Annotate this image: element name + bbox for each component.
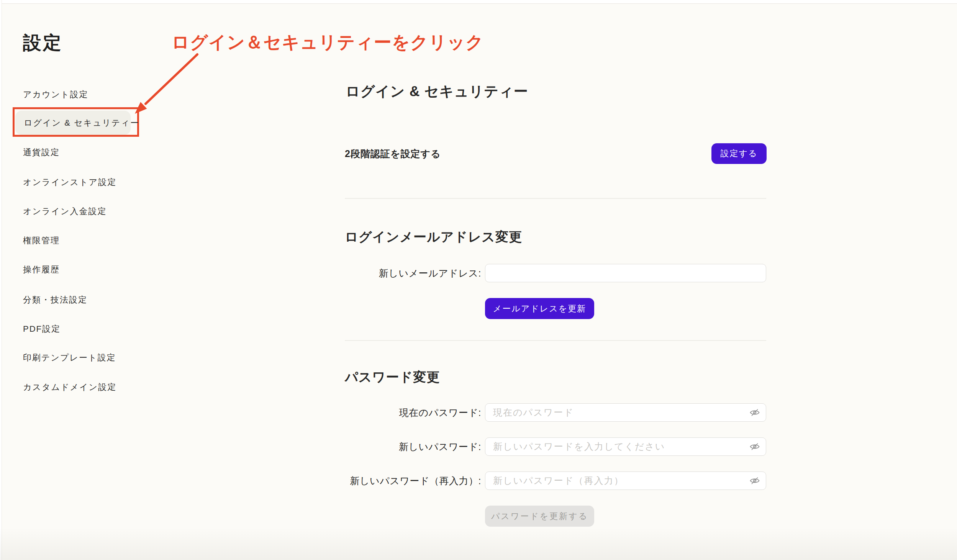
current-password-input[interactable] xyxy=(485,403,766,422)
current-password-label: 現在のパスワード: xyxy=(299,407,481,419)
sidebar-item-classification-technique-settings[interactable]: 分類・技法設定 xyxy=(23,294,87,306)
new-password-label: 新しいパスワード: xyxy=(299,441,481,453)
sidebar-item-label: ログイン & セキュリティー xyxy=(24,117,139,129)
confirm-password-input-wrap xyxy=(485,472,766,490)
annotation-text: ログイン＆セキュリティーをクリック xyxy=(172,32,484,52)
section-divider xyxy=(345,340,766,341)
eye-invisible-icon[interactable] xyxy=(750,408,760,418)
sidebar-item-operation-history[interactable]: 操作履歴 xyxy=(23,264,60,275)
confirm-password-input[interactable] xyxy=(485,472,766,490)
sidebar-item-login-security[interactable]: ログイン & セキュリティー xyxy=(15,111,131,135)
sidebar-item-custom-domain-settings[interactable]: カスタムドメイン設定 xyxy=(23,382,116,393)
current-password-input-wrap xyxy=(485,403,766,422)
settings-page: 設定 ログイン＆セキュリティーをクリック アカウント設定 ログイン & セキュリ… xyxy=(0,0,957,560)
two-factor-setup-button[interactable]: 設定する xyxy=(711,143,767,164)
eye-invisible-icon[interactable] xyxy=(750,476,760,486)
sidebar-item-currency-settings[interactable]: 通貨設定 xyxy=(23,147,60,158)
update-password-button[interactable]: パスワードを更新する xyxy=(485,506,594,527)
sidebar-item-online-payment-settings[interactable]: オンライン入金設定 xyxy=(23,206,107,217)
eye-invisible-icon[interactable] xyxy=(750,442,760,452)
new-email-input[interactable] xyxy=(485,264,766,282)
confirm-password-label: 新しいパスワード（再入力）: xyxy=(299,475,481,487)
two-factor-label: 2段階認証を設定する xyxy=(345,148,441,160)
new-email-input-wrap xyxy=(485,264,766,282)
new-email-label: 新しいメールアドレス: xyxy=(299,267,481,279)
section-divider xyxy=(345,198,766,199)
sidebar-item-pdf-settings[interactable]: PDF設定 xyxy=(23,323,61,335)
sidebar-item-permission-management[interactable]: 権限管理 xyxy=(23,235,60,246)
section-title-login-security: ログイン & セキュリティー xyxy=(346,83,528,100)
new-password-input-wrap xyxy=(485,437,766,456)
update-email-button[interactable]: メールアドレスを更新 xyxy=(485,298,594,319)
sidebar-item-print-template-settings[interactable]: 印刷テンプレート設定 xyxy=(23,352,116,364)
password-change-heading: パスワード変更 xyxy=(345,369,440,385)
sidebar: アカウント設定 ログイン & セキュリティー 通貨設定 オンラインストア設定 オ… xyxy=(0,0,165,560)
sidebar-item-online-store-settings[interactable]: オンラインストア設定 xyxy=(23,177,116,188)
sidebar-item-account-settings[interactable]: アカウント設定 xyxy=(23,89,88,100)
email-change-heading: ログインメールアドレス変更 xyxy=(345,229,522,244)
new-password-input[interactable] xyxy=(485,437,766,456)
